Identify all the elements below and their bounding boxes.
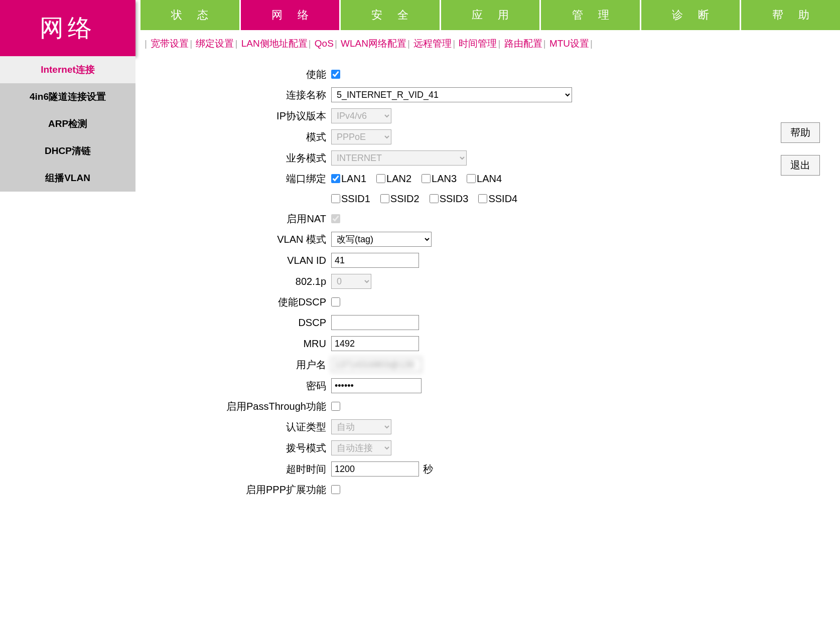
checkbox-enable-dscp[interactable] bbox=[331, 297, 340, 306]
exit-button[interactable]: 退出 bbox=[781, 155, 820, 176]
label-lan3: LAN3 bbox=[432, 173, 457, 185]
sub-nav: | 宽带设置| 绑定设置| LAN侧地址配置| QoS| WLAN网络配置| 远… bbox=[135, 30, 840, 57]
label-vlan-id: VLAN ID bbox=[156, 255, 331, 266]
label-lan1: LAN1 bbox=[341, 173, 366, 185]
checkbox-ssid2[interactable] bbox=[380, 194, 389, 203]
input-dscp[interactable] bbox=[331, 315, 419, 330]
subnav-wlan[interactable]: WLAN网络配置 bbox=[341, 38, 406, 49]
select-auth-type[interactable]: 自动 bbox=[331, 419, 391, 434]
label-conn-name: 连接名称 bbox=[156, 88, 331, 102]
sidebar-item-vlan[interactable]: 组播VLAN bbox=[0, 165, 135, 192]
sidebar-item-dhcp[interactable]: DHCP清链 bbox=[0, 137, 135, 165]
select-service-mode[interactable]: INTERNET bbox=[331, 150, 467, 166]
subnav-route[interactable]: 路由配置 bbox=[504, 38, 542, 49]
input-mru[interactable] bbox=[331, 336, 419, 351]
tab-status[interactable]: 状 态 bbox=[141, 0, 239, 30]
select-dot1p[interactable]: 0 bbox=[331, 274, 371, 289]
subnav-time[interactable]: 时间管理 bbox=[459, 38, 497, 49]
label-enable-dscp: 使能DSCP bbox=[156, 295, 331, 309]
label-passthrough: 启用PassThrough功能 bbox=[156, 400, 331, 413]
checkbox-lan4[interactable] bbox=[467, 174, 476, 183]
label-auth-type: 认证类型 bbox=[156, 420, 331, 434]
input-vlan-id[interactable] bbox=[331, 253, 419, 268]
select-vlan-mode[interactable]: 改写(tag) bbox=[331, 232, 432, 247]
select-dial-mode[interactable]: 自动连接 bbox=[331, 440, 391, 455]
checkbox-ppp-ext[interactable] bbox=[331, 485, 340, 494]
subnav-remote[interactable]: 远程管理 bbox=[413, 38, 452, 49]
tab-manage[interactable]: 管 理 bbox=[541, 0, 640, 30]
checkbox-ssid3[interactable] bbox=[430, 194, 439, 203]
label-mode: 模式 bbox=[156, 130, 331, 144]
label-dscp: DSCP bbox=[156, 317, 331, 329]
help-button[interactable]: 帮助 bbox=[781, 122, 820, 143]
select-mode[interactable]: PPPoE bbox=[331, 129, 391, 144]
label-enable-nat: 启用NAT bbox=[156, 212, 331, 226]
label-ssid2: SSID2 bbox=[390, 193, 419, 205]
input-password[interactable] bbox=[331, 378, 422, 393]
checkbox-passthrough[interactable] bbox=[331, 402, 340, 411]
subnav-qos[interactable]: QoS bbox=[315, 38, 334, 49]
subnav-lan[interactable]: LAN侧地址配置 bbox=[241, 38, 308, 49]
label-vlan-mode: VLAN 模式 bbox=[156, 233, 331, 246]
checkbox-enable[interactable] bbox=[331, 70, 340, 79]
checkbox-lan1[interactable] bbox=[331, 174, 340, 183]
label-ppp-ext: 启用PPP扩展功能 bbox=[156, 483, 331, 497]
label-dial-mode: 拨号模式 bbox=[156, 441, 331, 455]
tab-network[interactable]: 网 络 bbox=[241, 0, 340, 30]
label-username: 用户名 bbox=[156, 358, 331, 372]
label-lan4: LAN4 bbox=[477, 173, 502, 185]
subnav-mtu[interactable]: MTU设置 bbox=[549, 38, 589, 49]
label-ssid3: SSID3 bbox=[440, 193, 469, 205]
label-timeout-unit: 秒 bbox=[423, 462, 433, 476]
subnav-binding[interactable]: 绑定设置 bbox=[196, 38, 234, 49]
checkbox-enable-nat bbox=[331, 214, 340, 223]
checkbox-lan3[interactable] bbox=[422, 174, 431, 183]
subnav-broadband[interactable]: 宽带设置 bbox=[151, 38, 189, 49]
label-ssid4: SSID4 bbox=[488, 193, 517, 205]
tab-app[interactable]: 应 用 bbox=[441, 0, 540, 30]
top-nav: 状 态 网 络 安 全 应 用 管 理 诊 断 帮 助 bbox=[135, 0, 840, 30]
sidebar: Internet连接 4in6隧道连接设置 ARP检测 DHCP清链 组播VLA… bbox=[0, 56, 135, 192]
label-dot1p: 802.1p bbox=[156, 276, 331, 287]
label-mru: MRU bbox=[156, 338, 331, 350]
select-conn-name[interactable]: 5_INTERNET_R_VID_41 bbox=[331, 87, 572, 102]
page-title: 网络 bbox=[0, 0, 135, 56]
tab-help[interactable]: 帮 助 bbox=[741, 0, 840, 30]
label-ssid1: SSID1 bbox=[341, 193, 370, 205]
sidebar-item-arp[interactable]: ARP检测 bbox=[0, 110, 135, 137]
tab-security[interactable]: 安 全 bbox=[341, 0, 440, 30]
tab-diagnose[interactable]: 诊 断 bbox=[641, 0, 740, 30]
label-ip-version: IP协议版本 bbox=[156, 109, 331, 123]
checkbox-ssid1[interactable] bbox=[331, 194, 340, 203]
input-username[interactable] bbox=[331, 357, 422, 372]
label-service-mode: 业务模式 bbox=[156, 151, 331, 165]
form-area: 使能 连接名称 5_INTERNET_R_VID_41 IP协议版本 bbox=[135, 67, 770, 503]
input-timeout[interactable] bbox=[331, 461, 419, 477]
label-timeout: 超时时间 bbox=[156, 462, 331, 476]
label-port-bind: 端口绑定 bbox=[156, 172, 331, 186]
label-enable: 使能 bbox=[156, 68, 331, 81]
select-ip-version[interactable]: IPv4/v6 bbox=[331, 108, 391, 123]
sidebar-item-4in6[interactable]: 4in6隧道连接设置 bbox=[0, 83, 135, 110]
label-password: 密码 bbox=[156, 379, 331, 393]
checkbox-lan2[interactable] bbox=[376, 174, 385, 183]
checkbox-ssid4[interactable] bbox=[478, 194, 487, 203]
label-lan2: LAN2 bbox=[386, 173, 411, 185]
sidebar-item-internet[interactable]: Internet连接 bbox=[0, 56, 135, 83]
